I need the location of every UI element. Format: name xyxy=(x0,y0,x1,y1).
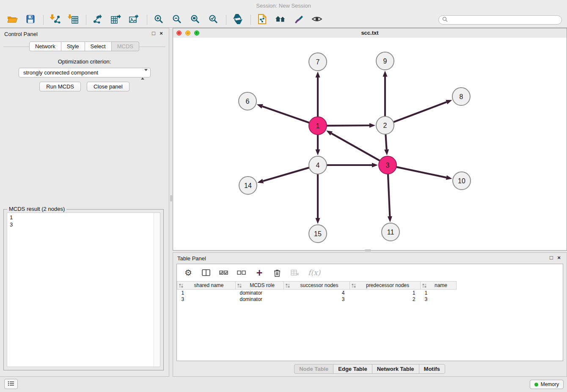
toolbar-separator xyxy=(250,15,251,25)
tab-network-table[interactable]: Network Table xyxy=(372,364,419,374)
import-table-icon xyxy=(68,14,79,25)
graph-edge-2-3[interactable] xyxy=(385,134,386,149)
mcds-result-line: 1 xyxy=(10,214,157,221)
graph-node-15[interactable]: 15 xyxy=(309,225,327,243)
criterion-dropdown[interactable]: strongly connected component xyxy=(19,68,151,77)
zoom-fit-button[interactable] xyxy=(188,14,202,26)
apply-style-button[interactable] xyxy=(292,14,306,26)
refresh-layout-button[interactable] xyxy=(231,14,245,26)
column-header-predecessor-nodes[interactable]: predecessor nodes xyxy=(350,282,421,290)
minimize-window-icon[interactable]: − xyxy=(185,30,190,36)
toolbar-separator xyxy=(86,15,86,25)
control-panel: Control Panel □ × Network Style Select M… xyxy=(0,28,169,377)
control-panel-tabs: Network Style Select MCDS xyxy=(0,41,169,51)
tab-node-table[interactable]: Node Table xyxy=(294,364,333,374)
close-panel-button[interactable]: Close panel xyxy=(87,82,129,91)
tab-mcds[interactable]: MCDS xyxy=(111,41,139,51)
horizontal-split-handle[interactable] xyxy=(365,249,371,251)
graph-node-11[interactable]: 11 xyxy=(382,223,399,241)
tab-motifs[interactable]: Motifs xyxy=(419,364,445,374)
graph-node-3[interactable]: 3 xyxy=(379,156,396,174)
graph-edge-3-11[interactable] xyxy=(388,174,390,216)
window-titlebar[interactable]: Session: New Session xyxy=(0,0,567,12)
network-canvas[interactable]: 7968124314101511 xyxy=(173,38,567,250)
tab-select[interactable]: Select xyxy=(85,41,112,51)
graph-edge-3-10[interactable] xyxy=(396,167,446,177)
float-panel-icon[interactable]: □ xyxy=(150,30,157,37)
result-scrollbar[interactable] xyxy=(154,213,160,367)
table-toolbar: ⚙ + f(x) xyxy=(177,264,563,281)
graph-node-7[interactable]: 7 xyxy=(309,53,327,71)
add-column-icon[interactable]: + xyxy=(255,268,264,277)
zoom-selected-button[interactable] xyxy=(206,14,220,26)
toolbar-separator xyxy=(147,15,147,25)
settings-gear-icon[interactable]: ⚙ xyxy=(184,268,193,277)
column-header-name[interactable]: name xyxy=(421,282,457,290)
deselect-checkboxes-icon[interactable] xyxy=(237,270,246,276)
tab-style[interactable]: Style xyxy=(61,41,85,51)
delete-icon[interactable] xyxy=(272,269,282,277)
mcds-result-text[interactable]: 1 3 xyxy=(7,213,160,367)
dropdown-stepper-icon xyxy=(141,70,148,79)
graph-edge-1-6[interactable] xyxy=(262,106,309,123)
network-file-button[interactable] xyxy=(255,14,270,26)
run-mcds-button[interactable]: Run MCDS xyxy=(39,82,81,91)
tab-network[interactable]: Network xyxy=(29,41,61,51)
show-graphics-details-button[interactable] xyxy=(310,14,324,26)
import-network-button[interactable] xyxy=(48,14,62,26)
save-session-button[interactable] xyxy=(23,14,38,26)
graph-node-2[interactable]: 2 xyxy=(376,116,394,134)
export-image-button[interactable] xyxy=(127,14,141,26)
home-views-button[interactable] xyxy=(273,14,288,26)
graph-arrowhead xyxy=(316,149,320,155)
table-row[interactable]: 1 dominator 4 1 1 xyxy=(177,290,563,296)
close-panel-icon[interactable]: × xyxy=(158,30,165,37)
column-header-successor-nodes[interactable]: successor nodes xyxy=(284,282,350,290)
network-view-window: × − + scc.txt 7968124314101511 xyxy=(173,28,567,251)
attribute-type-icon xyxy=(237,283,242,289)
search-input[interactable] xyxy=(450,17,558,23)
maximize-window-icon[interactable]: + xyxy=(194,30,199,36)
toolbar-separator xyxy=(226,15,226,25)
graph-node-label: 4 xyxy=(316,162,320,169)
graph-edge-1-2[interactable] xyxy=(327,125,369,126)
column-header-shared-name[interactable]: shared name xyxy=(177,282,236,290)
column-header-mcds-role[interactable]: MCDS role xyxy=(236,282,284,290)
delete-table-icon xyxy=(290,269,300,276)
node-table: shared name MCDS role successor nodes pr… xyxy=(177,281,563,302)
graph-arrowhead xyxy=(446,175,452,180)
graph-node-14[interactable]: 14 xyxy=(239,177,257,194)
import-table-button[interactable] xyxy=(66,14,80,26)
close-table-panel-icon[interactable]: × xyxy=(556,254,562,261)
graph-node-label: 1 xyxy=(316,122,320,130)
graph-arrowhead xyxy=(369,123,375,128)
select-all-checkboxes-icon[interactable] xyxy=(219,270,228,276)
close-window-icon[interactable]: × xyxy=(176,30,182,36)
status-bar: Memory xyxy=(0,377,567,392)
graph-edge-4-14[interactable] xyxy=(263,168,309,181)
graph-node-10[interactable]: 10 xyxy=(453,172,471,190)
graph-node-8[interactable]: 8 xyxy=(452,88,470,105)
float-table-panel-icon[interactable]: □ xyxy=(548,254,555,261)
column-layout-icon[interactable] xyxy=(201,269,211,276)
graph-node-6[interactable]: 6 xyxy=(239,92,256,110)
graph-edge-3-1[interactable] xyxy=(331,133,380,161)
zoom-out-button[interactable] xyxy=(170,14,184,26)
export-table-button[interactable] xyxy=(109,14,123,26)
graph-arrowhead xyxy=(257,104,263,108)
open-session-button[interactable] xyxy=(5,14,19,26)
memory-status-dot-icon xyxy=(534,383,538,386)
network-window-titlebar[interactable]: × − + scc.txt xyxy=(173,28,567,38)
table-row[interactable]: 3 dominator 3 2 3 xyxy=(177,296,563,302)
graph-node-9[interactable]: 9 xyxy=(376,52,394,70)
graph-node-1[interactable]: 1 xyxy=(309,117,327,135)
graph-node-4[interactable]: 4 xyxy=(309,156,327,174)
export-network-button[interactable] xyxy=(91,14,105,26)
task-history-button[interactable] xyxy=(4,379,18,389)
zoom-in-button[interactable] xyxy=(151,14,166,26)
table-header-row: shared name MCDS role successor nodes pr… xyxy=(177,282,563,290)
graph-edge-2-8[interactable] xyxy=(394,102,447,122)
tab-edge-table[interactable]: Edge Table xyxy=(333,364,372,374)
memory-button[interactable]: Memory xyxy=(530,380,564,389)
vertical-split-handle[interactable] xyxy=(170,195,172,202)
